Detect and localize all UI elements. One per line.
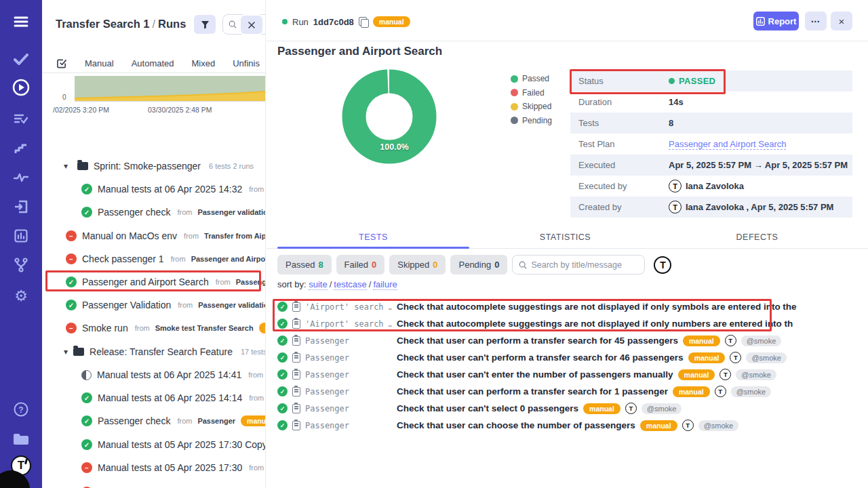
tab-statistics[interactable]: STATISTICS	[469, 229, 661, 248]
tree-run[interactable]: ✓ Passenger check from Passenger manual …	[42, 412, 266, 430]
chip-label: Pending	[458, 260, 491, 270]
test-title: Check that user can't perform a transfer…	[397, 352, 684, 363]
test-row[interactable]: ✓ Passenger Check that user can perform …	[277, 332, 868, 349]
test-row[interactable]: ✓ Passenger Check that user can't select…	[277, 400, 868, 417]
legend-failed: Failed	[511, 88, 552, 98]
tests-icon[interactable]	[0, 49, 42, 69]
assignee-filter-avatar[interactable]: T	[654, 256, 671, 274]
test-plan-link[interactable]: Passenger and Airport Search	[669, 139, 786, 150]
detail-tabs: TESTS STATISTICS DEFECTS	[267, 229, 868, 249]
smoke-tag: @smoke	[698, 420, 739, 431]
tree-run[interactable]: ✓ Passenger check from Passenger validat…	[42, 203, 266, 221]
chip-label: Failed	[344, 260, 368, 270]
test-suite: Passenger	[305, 404, 392, 413]
chip-label: Skipped	[397, 260, 429, 270]
test-row[interactable]: ✓ Passenger Check that user can choose t…	[277, 417, 868, 434]
testcase-icon	[292, 302, 300, 312]
chevron-down-icon[interactable]: ▾	[64, 161, 72, 171]
report-button[interactable]: Report	[753, 12, 799, 30]
tree-run[interactable]: Manual tests at 06 Apr 2025 14:41 from T…	[42, 366, 266, 384]
analytics-icon[interactable]	[0, 226, 42, 246]
settings-gear-icon[interactable]: ⚙	[0, 286, 42, 306]
tree-run-selected[interactable]: ✓ Passenger and Airport Search from Pass…	[42, 273, 266, 291]
test-row[interactable]: ✓ Passenger Check that user can perform …	[277, 383, 868, 400]
sort-by-failure-link[interactable]: failure	[373, 279, 397, 290]
tree-run[interactable]: − Manual on MacOs env from Transfer from…	[42, 227, 266, 245]
tests-search-input[interactable]	[531, 260, 633, 270]
test-row[interactable]: ✓ 'Airport' search … Check that autocomp…	[277, 315, 868, 332]
tree-run[interactable]: ✓ Passenger Validation from Passenger va…	[42, 296, 266, 314]
summary-row-executed-by: Executed by TIana Zavoloka	[570, 176, 852, 197]
page-title: Passenger and Airport Search	[277, 45, 442, 58]
test-suite: Passenger	[305, 336, 392, 346]
results-donut-chart	[340, 66, 439, 167]
from-suite: Transfer from Aiport	[204, 232, 266, 240]
user-avatar: T	[725, 335, 736, 346]
tree-run-partial[interactable]: − Manual tests at 06 Apr 2025 14:40	[42, 483, 266, 488]
test-row[interactable]: ✓ Passenger Check that user can't enter …	[277, 366, 868, 383]
summary-label: Executed by	[570, 181, 669, 191]
import-icon[interactable]	[0, 197, 42, 217]
passed-icon: ✓	[277, 369, 288, 380]
search-icon	[519, 261, 527, 269]
filter-skipped-chip[interactable]: Skipped0	[389, 255, 446, 274]
run-title: Passenger check	[98, 207, 170, 218]
filter-failed-chip[interactable]: Failed0	[336, 255, 385, 274]
help-icon[interactable]: ?	[0, 399, 42, 420]
run-title: Passenger Validation	[82, 300, 171, 310]
passed-icon: ✓	[277, 302, 288, 312]
passed-icon: ✓	[81, 184, 92, 195]
close-run-button[interactable]: ×	[831, 12, 852, 30]
chevron-down-icon[interactable]: ▾	[64, 347, 68, 357]
tree-run[interactable]: − Smoke run from Smoke test Transfer Sea…	[42, 319, 266, 337]
menu-icon[interactable]	[0, 12, 42, 32]
steps-icon[interactable]	[0, 138, 42, 159]
tree-folder[interactable]: ▾ Sprint: Smoke-passenger 6 tests 2 runs	[42, 157, 266, 175]
filter-pending-chip[interactable]: Pending0	[450, 255, 507, 274]
sidebar: ⚙ ? T	[0, 0, 42, 488]
activity-icon[interactable]	[0, 167, 42, 188]
folder-title: Release: Transfer Search Feature	[90, 346, 233, 357]
runs-tree: ▾ Sprint: Smoke-passenger 6 tests 2 runs…	[42, 0, 266, 488]
from-suite: Passenger validation	[197, 208, 266, 216]
passed-icon: ✓	[66, 300, 77, 310]
sort-by-suite-link[interactable]: suite	[309, 279, 327, 290]
passed-dot	[669, 78, 675, 84]
passed-icon: ✓	[277, 403, 288, 413]
manual-badge: manual	[583, 403, 620, 414]
tab-tests[interactable]: TESTS	[277, 229, 469, 248]
run-title: Smoke run	[82, 323, 128, 333]
manual-badge: manual	[640, 420, 677, 431]
run-summary-table: Status PASSED Duration 14s Tests 8 Test …	[570, 70, 852, 218]
copy-icon[interactable]	[359, 17, 368, 26]
passed-icon: ✓	[277, 420, 288, 430]
sort-by-testcase-link[interactable]: testcase	[334, 279, 366, 290]
projects-folder-icon[interactable]	[0, 428, 42, 449]
test-row[interactable]: ✓ 'Airport' search … Check that autocomp…	[277, 298, 868, 315]
filter-passed-chip[interactable]: Passed8	[277, 255, 332, 274]
panel-close-button[interactable]	[241, 16, 262, 34]
tree-run[interactable]: ✓ Manual tests at 06 Apr 2025 14:14 from…	[42, 389, 266, 407]
test-row[interactable]: ✓ Passenger Check that user can't perfor…	[277, 349, 868, 366]
plans-icon[interactable]	[0, 108, 42, 129]
duration-value: 14s	[669, 97, 684, 107]
folder-meta: 17 tests 5	[241, 348, 266, 356]
tests-search	[512, 255, 645, 274]
run-title: Manual tests at 06 Apr 2025 14:41	[97, 369, 241, 380]
from-suite: Passenger	[197, 417, 235, 425]
test-suite: 'Airport' search …	[305, 319, 392, 329]
test-suite: Passenger	[305, 387, 392, 396]
more-actions-button[interactable]: ⋯	[805, 12, 827, 30]
tree-run[interactable]: − Check passenger 1 from Passenger and A…	[42, 250, 266, 268]
tab-defects[interactable]: DEFECTS	[661, 229, 853, 248]
branch-icon[interactable]	[0, 255, 42, 275]
tree-folder[interactable]: ▾ Release: Transfer Search Feature 17 te…	[42, 343, 266, 361]
runs-icon[interactable]	[0, 77, 42, 98]
executed-value: Apr 5, 2025 5:57 PM → Apr 5, 2025 5:57 P…	[669, 160, 848, 170]
tree-run[interactable]: − Manual tests at 05 Apr 2025 17:30 from…	[42, 459, 266, 476]
tree-run[interactable]: ✓ Manual tests at 05 Apr 2025 17:30 Copy…	[42, 436, 266, 453]
tree-run[interactable]: ✓ Manual tests at 06 Apr 2025 14:32 from…	[42, 180, 266, 198]
run-id: 1dd7c0d8	[313, 17, 354, 27]
summary-row-status: Status PASSED	[570, 70, 852, 92]
run-title: Passenger and Airport Search	[82, 277, 209, 287]
